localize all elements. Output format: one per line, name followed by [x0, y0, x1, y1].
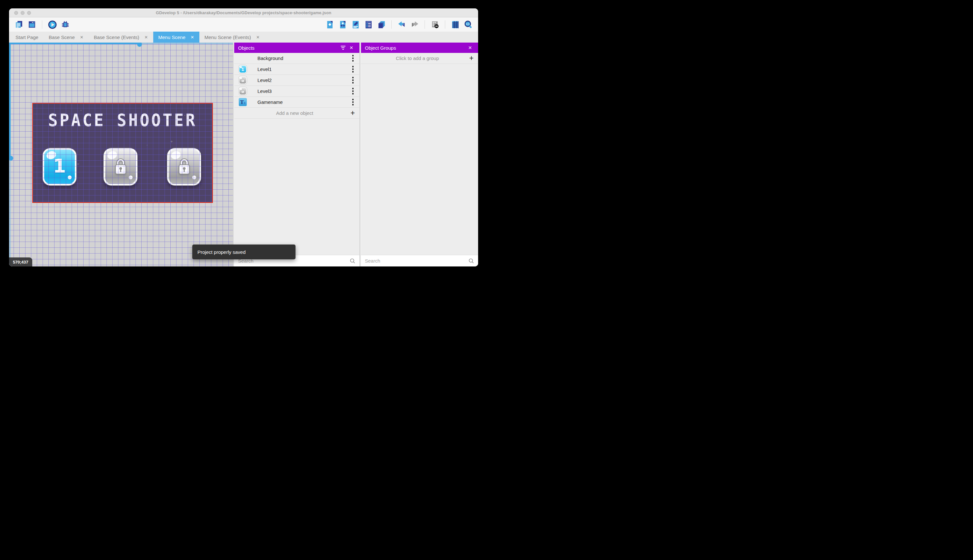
object-row-background[interactable]: Background — [234, 53, 359, 64]
screenshot-root: GDevelop 5 - /Users/dkarakay/Documents/G… — [0, 0, 486, 280]
tab-label: Base Scene (Events) — [94, 35, 139, 40]
tab-base-scene-events[interactable]: Base Scene (Events) ✕ — [89, 32, 153, 43]
debug-icon[interactable] — [60, 19, 71, 30]
scene-star-plus: + — [77, 162, 79, 167]
close-tab-icon[interactable]: ✕ — [80, 35, 83, 40]
text-object-thumbnail: Tx — [239, 98, 247, 106]
horizontal-scrollbar[interactable] — [9, 43, 139, 44]
object-menu-icon[interactable] — [351, 53, 355, 63]
objects-editor-icon[interactable] — [324, 19, 335, 30]
close-object-groups-panel-icon[interactable]: ✕ — [466, 43, 474, 52]
object-groups-empty-area — [361, 64, 478, 255]
tab-base-scene[interactable]: Base Scene ✕ — [43, 32, 89, 43]
locked-button-thumbnail — [239, 87, 247, 95]
scene-stars — [32, 103, 33, 103]
vertical-scrollbar-thumb[interactable] — [9, 156, 13, 161]
redo-icon[interactable] — [409, 19, 420, 30]
add-object-plus-icon[interactable]: + — [351, 109, 355, 117]
lock-icon — [241, 89, 245, 93]
lock-icon — [241, 78, 245, 83]
close-tab-icon[interactable]: ✕ — [145, 35, 148, 40]
properties-icon[interactable] — [350, 19, 361, 30]
locked-button-thumbnail — [239, 76, 247, 84]
main-area: + + SPACE SHOOTER 1 — [9, 43, 478, 267]
gdevelop-window: GDevelop 5 - /Users/dkarakay/Documents/G… — [9, 8, 478, 267]
groups-search-bar — [361, 255, 478, 267]
toolbar-divider — [445, 20, 445, 29]
objects-panel-header: Objects ✕ — [234, 43, 359, 53]
objects-panel: Objects ✕ Background 1 Level1 — [234, 43, 359, 267]
window-title: GDevelop 5 - /Users/dkarakay/Documents/G… — [156, 10, 332, 15]
object-menu-icon[interactable] — [351, 75, 355, 85]
object-row-level1[interactable]: 1 Level1 — [234, 64, 359, 75]
object-name: Gamename — [257, 99, 351, 105]
horizontal-scrollbar-track[interactable] — [139, 43, 233, 44]
scene-editor-canvas[interactable]: + + SPACE SHOOTER 1 — [9, 43, 233, 267]
tab-label: Start Page — [15, 35, 38, 40]
object-row-level2[interactable]: Level2 — [234, 75, 359, 86]
groups-search-input[interactable] — [365, 258, 468, 263]
object-row-level3[interactable]: Level3 — [234, 86, 359, 97]
object-name: Background — [257, 55, 351, 61]
tab-menu-scene-events[interactable]: Menu Scene (Events) ✕ — [199, 32, 265, 43]
objects-panel-empty-area — [234, 119, 359, 255]
layers-icon[interactable] — [376, 19, 387, 30]
add-new-object-row[interactable]: Add a new object + — [234, 108, 359, 119]
object-groups-panel: Object Groups ✕ Click to add a group + — [361, 43, 478, 267]
lock-icon — [112, 157, 129, 177]
object-name: Level1 — [257, 67, 351, 72]
add-new-object-label: Add a new object — [239, 110, 351, 116]
object-row-gamename[interactable]: Tx Gamename — [234, 97, 359, 108]
add-group-row[interactable]: Click to add a group + — [361, 53, 478, 64]
toast-message: Project properly saved — [197, 249, 245, 255]
play-icon[interactable] — [47, 19, 58, 30]
traffic-lights — [14, 8, 31, 17]
instances-list-icon[interactable] — [363, 19, 374, 30]
tab-menu-scene[interactable]: Menu Scene ✕ — [153, 32, 199, 43]
scene-window-icon[interactable] — [27, 19, 37, 30]
object-groups-panel-header: Object Groups ✕ — [361, 43, 478, 53]
vertical-scrollbar-track[interactable] — [9, 158, 11, 267]
toolbar-divider — [425, 20, 425, 29]
tab-start-page[interactable]: Start Page — [10, 32, 43, 43]
object-menu-icon[interactable] — [351, 87, 355, 96]
scene-star-plus: + — [170, 139, 173, 144]
zoom-1-1-icon[interactable]: 1:1 — [463, 19, 473, 30]
level2-locked-button-instance[interactable] — [103, 148, 137, 185]
scene-title-text[interactable]: SPACE SHOOTER — [32, 111, 213, 131]
horizontal-scrollbar-thumb[interactable] — [137, 43, 142, 47]
tab-label: Base Scene — [49, 35, 75, 40]
level3-locked-button-instance[interactable] — [167, 148, 201, 185]
vertical-scrollbar[interactable] — [9, 43, 11, 158]
close-tab-icon[interactable]: ✕ — [191, 35, 194, 40]
object-name: Level2 — [257, 77, 351, 83]
editor-tabs: Start Page Base Scene ✕ Base Scene (Even… — [9, 32, 478, 43]
close-window-button[interactable] — [14, 11, 18, 15]
game-scene-background[interactable]: + + SPACE SHOOTER 1 — [32, 103, 213, 203]
add-group-plus-icon[interactable]: + — [470, 55, 473, 62]
grid-icon[interactable] — [450, 19, 461, 30]
lock-icon — [175, 157, 193, 177]
search-icon — [468, 258, 474, 264]
main-toolbar: 1:1 — [9, 17, 478, 32]
undo-icon[interactable] — [396, 19, 407, 30]
tab-label: Menu Scene (Events) — [205, 35, 251, 40]
object-groups-icon[interactable] — [337, 19, 348, 30]
object-name: Level3 — [257, 88, 351, 94]
close-tab-icon[interactable]: ✕ — [256, 35, 260, 40]
object-menu-icon[interactable] — [351, 65, 355, 74]
toolbar-divider — [42, 20, 42, 29]
level1-label: 1 — [53, 155, 66, 177]
mask-icon[interactable] — [430, 19, 440, 30]
svg-text:1:1: 1:1 — [466, 22, 469, 25]
close-objects-panel-icon[interactable]: ✕ — [347, 43, 355, 52]
toolbar-right-group: 1:1 — [324, 19, 473, 30]
project-manager-icon[interactable] — [13, 19, 25, 30]
cursor-coordinates-badge: 570;437 — [9, 257, 32, 267]
filter-icon[interactable] — [339, 43, 347, 52]
level1-button-instance[interactable]: 1 — [43, 148, 77, 185]
level-button-thumbnail: 1 — [239, 65, 247, 73]
maximize-window-button[interactable] — [27, 11, 31, 15]
object-menu-icon[interactable] — [351, 97, 355, 107]
minimize-window-button[interactable] — [21, 11, 25, 15]
